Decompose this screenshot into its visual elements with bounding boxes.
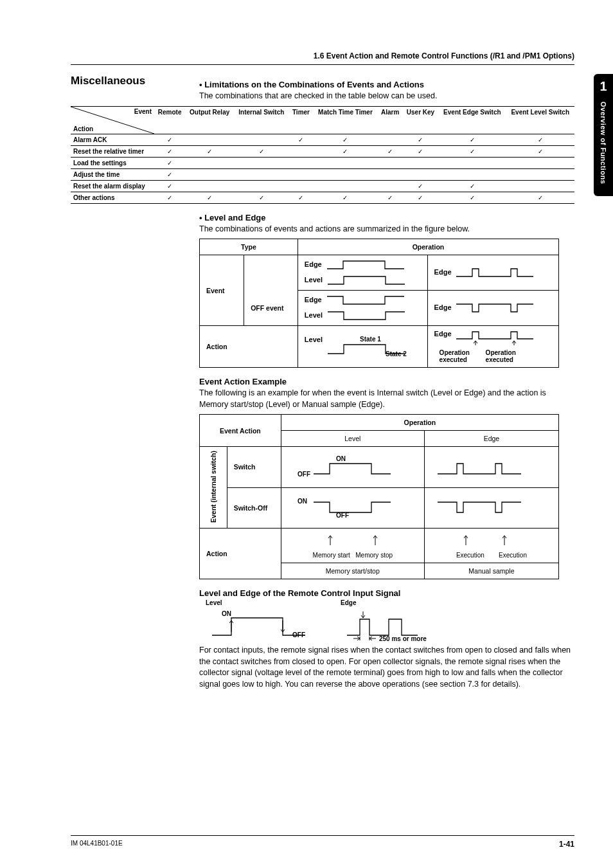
op-header-2: Operation (281, 415, 558, 431)
event-row: Event (200, 255, 244, 326)
col-event-edge-switch: Event Edge Switch (438, 106, 506, 134)
row-header-action: Action (73, 125, 93, 132)
check-cell (403, 168, 438, 180)
level-col: Level (281, 431, 424, 447)
manual-sample: Manual sample (424, 563, 558, 579)
row-label: Alarm ACK (71, 134, 154, 145)
check-cell (234, 157, 289, 168)
col-alarm: Alarm (377, 106, 402, 134)
table-row: Alarm ACK✓✓✓✓✓✓ (71, 134, 574, 145)
check-cell (438, 168, 506, 180)
off-event-row: OFF event (244, 291, 298, 326)
check-cell: ✓ (154, 134, 185, 145)
state2-label: State 2 (386, 350, 407, 357)
check-cell (313, 157, 377, 168)
check-cell: ✓ (438, 145, 506, 157)
bullet-limitations: Limitations on the Combinations of Event… (199, 80, 574, 89)
bullet-level-edge: Level and Edge (199, 213, 574, 222)
check-cell (377, 157, 402, 168)
limitations-text: The combinations that are checked in the… (199, 91, 574, 102)
svg-text:250 ms or more: 250 ms or more (379, 635, 427, 642)
switch-row: Switch (227, 447, 281, 488)
action-row-2: Action (200, 529, 281, 579)
remote-heading: Level and Edge of the Remote Control Inp… (199, 588, 574, 598)
check-cell (234, 134, 289, 145)
check-cell (506, 157, 574, 168)
col-header-event: Event (134, 108, 152, 115)
action-row: Action (200, 326, 298, 368)
remote-level-label: Level (206, 599, 315, 606)
page-footer: IM 04L41B01-01E 1-41 (71, 835, 574, 849)
check-cell: ✓ (438, 134, 506, 145)
example-diagram: Event Action Operation Level Edge Event … (199, 414, 559, 579)
check-cell (185, 157, 234, 168)
col-user-key: User Key (403, 106, 438, 134)
check-cell (185, 180, 234, 192)
check-cell: ✓ (377, 145, 402, 157)
check-cell (506, 168, 574, 180)
level-label-2: Level (305, 311, 323, 319)
on-label: ON (336, 455, 346, 462)
switch-off-row: Switch-Off (227, 487, 281, 529)
check-cell: ✓ (154, 157, 185, 168)
off-label-2: OFF (336, 512, 349, 519)
check-cell (289, 145, 314, 157)
edge-label-4: Edge (434, 303, 452, 311)
mem-stop: Memory stop (355, 552, 393, 559)
check-cell: ✓ (289, 134, 314, 145)
check-cell: ✓ (313, 192, 377, 203)
edge-label-3: Edge (305, 296, 322, 303)
check-cell (185, 168, 234, 180)
exec-1: Execution (456, 552, 484, 559)
check-cell (377, 134, 402, 145)
table-row: Load the settings✓ (71, 157, 574, 168)
col-output-relay: Output Relay (185, 106, 234, 134)
check-cell: ✓ (403, 134, 438, 145)
check-cell: ✓ (234, 145, 289, 157)
off-label: OFF (298, 471, 310, 478)
check-cell: ✓ (377, 192, 402, 203)
event-group-label: Event (internal switch) (209, 451, 217, 523)
check-cell: ✓ (185, 192, 234, 203)
check-cell: ✓ (403, 145, 438, 157)
chapter-tab: 1 Overview of Functions (594, 74, 613, 196)
check-cell (289, 180, 314, 192)
svg-text:ON: ON (222, 610, 231, 617)
mem-ss: Memory start/stop (281, 563, 424, 579)
doc-number: IM 04L41B01-01E (71, 840, 123, 849)
level-label-3: Level (305, 336, 323, 343)
edge-col: Edge (424, 431, 558, 447)
remote-edge-label: Edge (341, 599, 501, 606)
check-cell: ✓ (403, 192, 438, 203)
check-cell (403, 157, 438, 168)
chapter-number: 1 (594, 79, 613, 94)
table-row: Reset the relative timer✓✓✓✓✓✓✓✓ (71, 145, 574, 157)
col-remote: Remote (154, 106, 185, 134)
level-edge-text: The combinations of events and actions a… (199, 224, 574, 235)
running-header: 1.6 Event Action and Remote Control Func… (71, 51, 574, 65)
col-timer: Timer (289, 106, 314, 134)
exec-2: Execution (499, 552, 527, 559)
check-cell: ✓ (289, 192, 314, 203)
check-cell: ✓ (506, 192, 574, 203)
col-internal-switch: Internal Switch (234, 106, 289, 134)
check-cell: ✓ (154, 168, 185, 180)
check-cell (438, 157, 506, 168)
col-match-time-timer: Match Time Timer (313, 106, 377, 134)
row-label: Adjust the time (71, 168, 154, 180)
check-cell: ✓ (154, 192, 185, 203)
check-cell (377, 168, 402, 180)
row-label: Other actions (71, 192, 154, 203)
ea-header: Event Action (200, 415, 281, 447)
remote-text: For contact inputs, the remote signal ri… (199, 645, 574, 690)
check-cell (289, 157, 314, 168)
check-cell (185, 134, 234, 145)
check-cell (234, 180, 289, 192)
check-cell (234, 168, 289, 180)
edge-label: Edge (305, 260, 322, 268)
type-header: Type (200, 239, 298, 255)
check-cell: ✓ (313, 145, 377, 157)
check-cell: ✓ (313, 134, 377, 145)
row-label: Load the settings (71, 157, 154, 168)
page-number: 1-41 (559, 840, 574, 849)
